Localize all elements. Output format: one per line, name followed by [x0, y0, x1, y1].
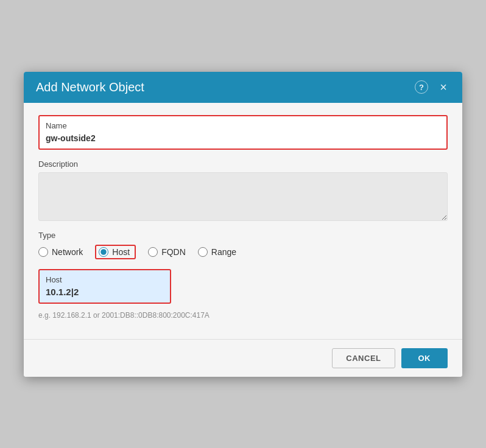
description-textarea[interactable]: [38, 172, 448, 221]
radio-fqdn-label: FQDN: [161, 247, 186, 257]
radio-host-label: Host: [112, 247, 130, 257]
radio-fqdn-input[interactable]: [148, 247, 158, 257]
radio-fqdn[interactable]: FQDN: [148, 247, 186, 257]
name-label: Name: [46, 121, 440, 130]
header-icons: ? ×: [415, 80, 450, 94]
add-network-object-dialog: Add Network Object ? × Name Description …: [24, 72, 462, 377]
type-section: Type Network Host FQDN Range: [38, 231, 448, 259]
radio-range-label: Range: [211, 247, 236, 257]
dialog-title: Add Network Object: [36, 80, 144, 94]
name-input[interactable]: [46, 133, 440, 143]
ok-button[interactable]: OK: [401, 348, 448, 368]
dialog-footer: CANCEL OK: [24, 339, 462, 377]
description-field-group: Description: [38, 159, 448, 221]
radio-network[interactable]: Network: [38, 247, 83, 257]
host-section: Host: [38, 269, 448, 309]
type-radio-group: Network Host FQDN Range: [38, 245, 448, 259]
name-field-group: Name: [38, 115, 448, 150]
host-input[interactable]: [46, 287, 164, 297]
close-icon[interactable]: ×: [437, 80, 450, 94]
dialog-body: Name Description Type Network Host: [24, 103, 462, 339]
host-hint: e.g. 192.168.2.1 or 2001:DB8::0DB8:800:2…: [38, 311, 448, 320]
radio-range[interactable]: Range: [198, 247, 236, 257]
radio-range-input[interactable]: [198, 247, 208, 257]
help-icon[interactable]: ?: [415, 80, 428, 94]
radio-host-input[interactable]: [99, 247, 108, 257]
host-label: Host: [46, 275, 164, 284]
radio-host[interactable]: Host: [95, 245, 136, 259]
cancel-button[interactable]: CANCEL: [332, 348, 395, 368]
radio-network-label: Network: [52, 247, 83, 257]
host-field-group: Host: [38, 269, 171, 304]
description-label: Description: [38, 159, 448, 169]
type-label: Type: [38, 231, 448, 240]
radio-network-input[interactable]: [38, 247, 48, 257]
dialog-header: Add Network Object ? ×: [24, 72, 462, 103]
